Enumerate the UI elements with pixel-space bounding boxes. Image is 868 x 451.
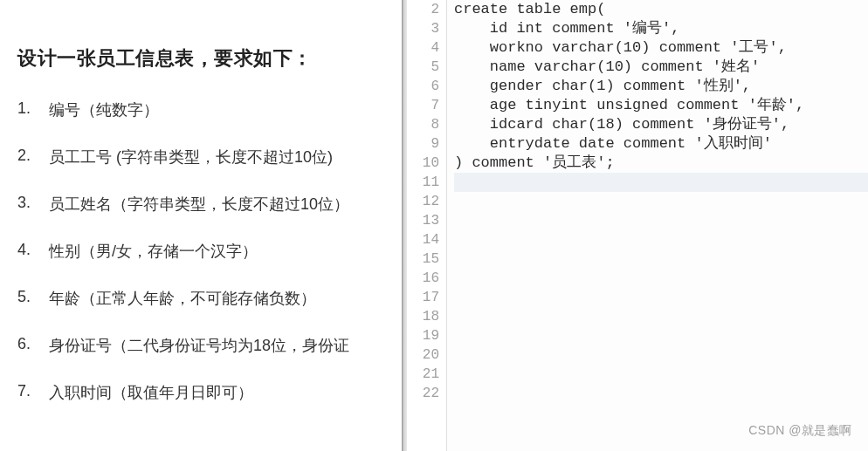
line-number: 5	[407, 58, 439, 77]
requirements-list: 编号（纯数字）员工工号 (字符串类型，长度不超过10位)员工姓名（字符串类型，长…	[17, 99, 402, 403]
line-number: 12	[407, 192, 439, 211]
code-line[interactable]: id int comment '编号',	[454, 19, 868, 38]
code-line[interactable]: create table emp(	[454, 0, 868, 19]
code-line[interactable]	[454, 173, 868, 192]
line-number: 22	[407, 384, 439, 403]
code-line[interactable]: workno varchar(10) comment '工号',	[454, 38, 868, 58]
line-number: 18	[407, 307, 439, 326]
line-number: 13	[407, 211, 439, 230]
code-line[interactable]	[454, 230, 868, 249]
line-number: 16	[407, 269, 439, 288]
code-line[interactable]: gender char(1) comment '性别',	[454, 77, 868, 96]
line-number: 9	[407, 134, 439, 154]
line-number: 20	[407, 345, 439, 365]
line-number: 19	[407, 326, 439, 345]
code-line[interactable]: ) comment '员工表';	[454, 154, 868, 173]
line-number: 17	[407, 288, 439, 307]
code-editor-panel: 2345678910111213141516171819202122 creat…	[407, 0, 868, 451]
line-number: 15	[407, 249, 439, 269]
line-number: 10	[407, 154, 439, 173]
code-line[interactable]	[454, 384, 868, 403]
code-line[interactable]	[454, 307, 868, 326]
code-area[interactable]: create table emp( id int comment '编号', w…	[447, 0, 868, 451]
code-line[interactable]	[454, 249, 868, 269]
line-number: 14	[407, 230, 439, 249]
code-line[interactable]	[454, 365, 868, 384]
requirement-item: 性别（男/女，存储一个汉字）	[17, 241, 402, 262]
requirement-item: 员工工号 (字符串类型，长度不超过10位)	[17, 147, 402, 167]
requirements-title: 设计一张员工信息表，要求如下：	[17, 45, 402, 72]
line-number: 2	[407, 0, 439, 19]
line-number: 11	[407, 173, 439, 192]
code-line[interactable]	[454, 326, 868, 345]
code-line[interactable]	[454, 345, 868, 365]
code-line[interactable]	[454, 269, 868, 288]
code-line[interactable]	[454, 192, 868, 211]
code-line[interactable]	[454, 288, 868, 307]
line-number: 21	[407, 365, 439, 384]
requirements-panel: 设计一张员工信息表，要求如下： 编号（纯数字）员工工号 (字符串类型，长度不超过…	[0, 0, 402, 451]
line-number: 3	[407, 19, 439, 38]
requirement-item: 身份证号（二代身份证号均为18位，身份证	[17, 335, 402, 356]
requirement-item: 员工姓名（字符串类型，长度不超过10位）	[17, 194, 402, 215]
code-line[interactable]: idcard char(18) comment '身份证号',	[454, 115, 868, 134]
line-number: 4	[407, 38, 439, 58]
code-line[interactable]: name varchar(10) comment '姓名'	[454, 58, 868, 77]
requirement-item: 年龄（正常人年龄，不可能存储负数）	[17, 288, 402, 309]
code-line[interactable]	[454, 211, 868, 230]
requirement-item: 入职时间（取值年月日即可）	[17, 382, 402, 403]
requirement-item: 编号（纯数字）	[17, 99, 402, 120]
line-number: 7	[407, 96, 439, 115]
line-number-gutter: 2345678910111213141516171819202122	[407, 0, 447, 451]
code-line[interactable]: age tinyint unsigned comment '年龄',	[454, 96, 868, 115]
code-line[interactable]: entrydate date comment '入职时间'	[454, 134, 868, 154]
line-number: 6	[407, 77, 439, 96]
line-number: 8	[407, 115, 439, 134]
